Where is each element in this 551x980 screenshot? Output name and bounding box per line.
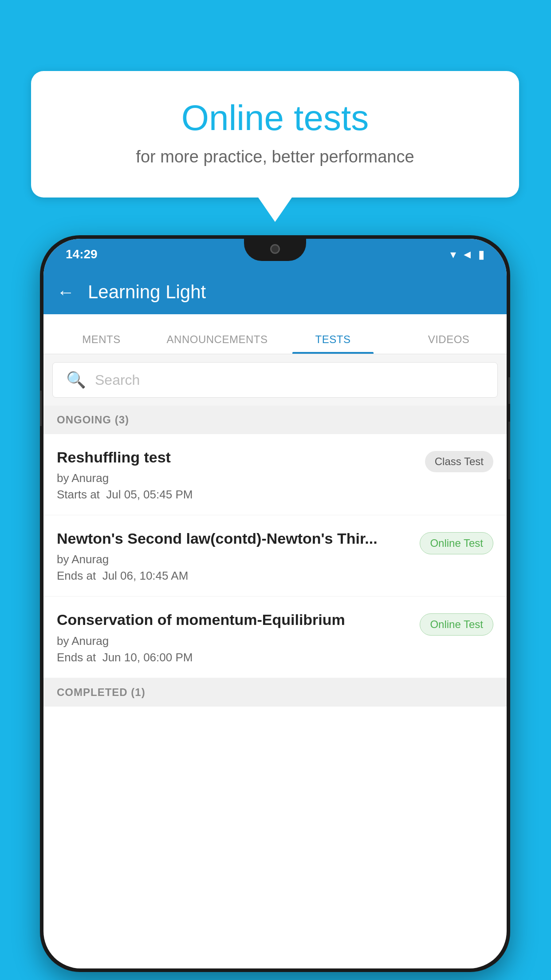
camera [270, 244, 280, 254]
test-list: Reshuffling test by Anurag Starts at Jul… [43, 434, 507, 678]
test-info: Conservation of momentum-Equilibrium by … [57, 610, 420, 664]
test-item[interactable]: Newton's Second law(contd)-Newton's Thir… [43, 515, 507, 597]
test-by: by Anurag [57, 634, 411, 648]
status-icons: ▾ ◄ ▮ [450, 248, 484, 261]
test-info: Reshuffling test by Anurag Starts at Jul… [57, 447, 425, 502]
app-header: ← Learning Light [43, 270, 507, 314]
app-title: Learning Light [88, 281, 206, 303]
test-item[interactable]: Reshuffling test by Anurag Starts at Jul… [43, 434, 507, 515]
bubble-subtitle: for more practice, better performance [67, 147, 484, 166]
battery-icon: ▮ [478, 248, 484, 261]
completed-label: COMPLETED (1) [57, 686, 146, 698]
test-badge-online: Online Test [420, 613, 493, 636]
test-badge-class: Class Test [425, 451, 493, 472]
ongoing-label: ONGOING (3) [57, 414, 129, 426]
phone-content: MENTS ANNOUNCEMENTS TESTS VIDEOS 🔍 Searc… [43, 314, 507, 968]
volume-down-button [508, 422, 510, 479]
search-box[interactable]: 🔍 Search [52, 362, 498, 398]
tab-videos[interactable]: VIDEOS [391, 333, 507, 354]
search-container: 🔍 Search [43, 354, 507, 406]
test-name: Reshuffling test [57, 447, 416, 467]
status-time: 14:29 [66, 247, 98, 261]
speech-bubble: Online tests for more practice, better p… [31, 71, 519, 198]
test-date: Ends at Jul 06, 10:45 AM [57, 569, 411, 583]
tabs-bar: MENTS ANNOUNCEMENTS TESTS VIDEOS [43, 314, 507, 354]
test-by: by Anurag [57, 553, 411, 566]
back-button[interactable]: ← [57, 282, 75, 302]
status-bar: 14:29 ▾ ◄ ▮ [43, 239, 507, 270]
test-name: Conservation of momentum-Equilibrium [57, 610, 411, 629]
phone-screen: 14:29 ▾ ◄ ▮ ← Learning Light MENTS ANNOU… [43, 239, 507, 968]
ongoing-section-header: ONGOING (3) [43, 406, 507, 434]
test-item[interactable]: Conservation of momentum-Equilibrium by … [43, 597, 507, 678]
power-button [508, 377, 510, 404]
test-by: by Anurag [57, 471, 416, 485]
tab-announcements[interactable]: ANNOUNCEMENTS [159, 333, 275, 354]
tab-ments[interactable]: MENTS [43, 333, 159, 354]
test-date: Ends at Jun 10, 06:00 PM [57, 651, 411, 664]
test-name: Newton's Second law(contd)-Newton's Thir… [57, 529, 411, 548]
phone-frame: 14:29 ▾ ◄ ▮ ← Learning Light MENTS ANNOU… [40, 235, 510, 972]
tab-tests[interactable]: TESTS [275, 333, 391, 354]
search-placeholder: Search [95, 372, 140, 388]
test-date: Starts at Jul 05, 05:45 PM [57, 488, 416, 502]
wifi-icon: ▾ [450, 248, 456, 261]
signal-icon: ◄ [461, 248, 473, 261]
notch [244, 239, 306, 261]
completed-section-header: COMPLETED (1) [43, 678, 507, 707]
bubble-title: Online tests [67, 98, 484, 138]
volume-button [40, 391, 42, 426]
test-badge-online: Online Test [420, 532, 493, 554]
search-icon: 🔍 [66, 371, 86, 389]
test-info: Newton's Second law(contd)-Newton's Thir… [57, 529, 420, 583]
